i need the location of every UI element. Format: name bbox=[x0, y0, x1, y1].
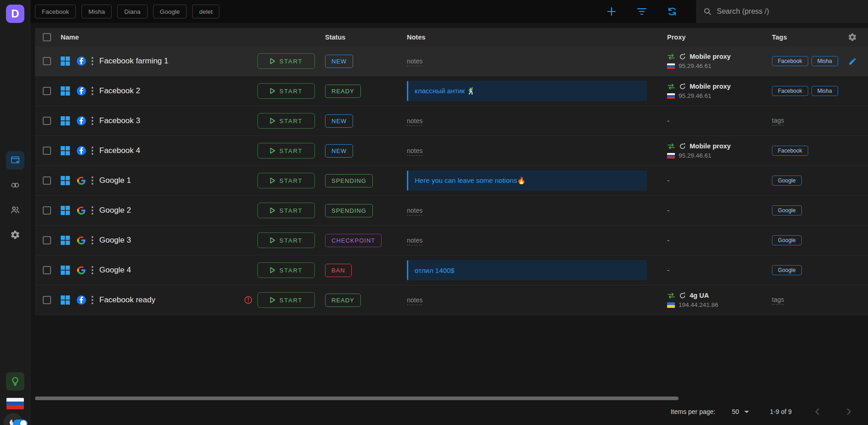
start-button[interactable]: START bbox=[257, 83, 315, 99]
row-checkbox[interactable] bbox=[43, 176, 51, 185]
tag-chip[interactable]: Facebook bbox=[772, 86, 808, 96]
tag-chip[interactable]: Google bbox=[772, 176, 802, 186]
row-menu-button[interactable] bbox=[91, 176, 93, 185]
table-row[interactable]: Facebook 3 START NEW notes bbox=[35, 106, 868, 136]
tags-placeholder[interactable]: tags bbox=[772, 117, 784, 125]
note-box[interactable]: отлил 1400$ bbox=[407, 260, 647, 280]
start-button[interactable]: START bbox=[257, 203, 315, 218]
tag-chip[interactable]: Facebook bbox=[772, 146, 808, 156]
rotate-icon[interactable] bbox=[679, 83, 686, 90]
notes-placeholder[interactable]: notes bbox=[407, 237, 423, 245]
rotate-icon[interactable] bbox=[679, 53, 686, 60]
note-box[interactable]: классный антик 🕺 bbox=[407, 81, 647, 101]
profile-name: Google 2 bbox=[99, 206, 131, 215]
scrollbar-thumb[interactable] bbox=[35, 397, 679, 400]
play-icon bbox=[270, 297, 275, 303]
filter-chip-delet[interactable]: delet bbox=[192, 5, 219, 18]
refresh-button[interactable] bbox=[666, 5, 679, 18]
notes-placeholder[interactable]: notes bbox=[407, 57, 423, 66]
windows-icon bbox=[61, 176, 70, 185]
sidebar-item-team[interactable] bbox=[6, 201, 24, 219]
table-row[interactable]: Facebook farming 1 START NEW notes bbox=[35, 46, 868, 76]
items-per-page-select[interactable]: 50 bbox=[732, 408, 749, 415]
notes-placeholder[interactable]: notes bbox=[407, 147, 423, 156]
filter-chip-misha[interactable]: Misha bbox=[81, 5, 112, 18]
start-button[interactable]: START bbox=[257, 143, 315, 159]
tag-chip[interactable]: Misha bbox=[811, 56, 838, 66]
row-menu-button[interactable] bbox=[91, 236, 93, 244]
start-button-label: START bbox=[280, 88, 303, 95]
start-button[interactable]: START bbox=[257, 232, 315, 248]
edit-button[interactable] bbox=[848, 57, 857, 66]
row-checkbox[interactable] bbox=[43, 266, 51, 274]
swap-icon[interactable] bbox=[667, 53, 675, 60]
notes-placeholder[interactable]: notes bbox=[407, 207, 423, 215]
row-menu-button[interactable] bbox=[91, 206, 93, 215]
sidebar-item-proxies[interactable] bbox=[6, 176, 24, 194]
row-checkbox[interactable] bbox=[43, 206, 51, 215]
warning-icon bbox=[244, 295, 253, 305]
theme-toggle[interactable] bbox=[4, 413, 29, 425]
filter-button[interactable] bbox=[635, 5, 648, 18]
start-button[interactable]: START bbox=[257, 292, 315, 308]
status-badge: SPENDING bbox=[325, 204, 373, 217]
app-logo[interactable]: D bbox=[6, 5, 24, 23]
filter-chip-facebook[interactable]: Facebook bbox=[35, 5, 76, 18]
rotate-icon[interactable] bbox=[679, 143, 686, 150]
note-box[interactable]: Here you can leave some notions🔥 bbox=[407, 170, 647, 191]
row-checkbox[interactable] bbox=[43, 117, 51, 125]
row-checkbox[interactable] bbox=[43, 87, 51, 95]
row-menu-button[interactable] bbox=[91, 57, 93, 65]
swap-icon[interactable] bbox=[667, 143, 675, 150]
table-row[interactable]: Google 4 START BAN отлил 1400$ bbox=[35, 255, 868, 285]
table-row[interactable]: Facebook 2 START READY классный антик 🕺 bbox=[35, 76, 868, 106]
items-per-page-label: Items per page: bbox=[671, 408, 715, 415]
row-menu-button[interactable] bbox=[91, 87, 93, 95]
table-row[interactable]: Google 1 START SPENDING Here you can lea… bbox=[35, 166, 868, 196]
tag-chip[interactable]: Google bbox=[772, 265, 802, 275]
row-menu-button[interactable] bbox=[91, 296, 93, 304]
rotate-icon[interactable] bbox=[679, 292, 686, 299]
sidebar-item-settings[interactable] bbox=[6, 226, 24, 244]
row-menu-button[interactable] bbox=[91, 147, 93, 155]
tag-chip[interactable]: Google bbox=[772, 205, 802, 215]
help-button[interactable] bbox=[6, 372, 24, 391]
row-checkbox[interactable] bbox=[43, 147, 51, 155]
theme-switch[interactable] bbox=[13, 419, 28, 425]
sidebar-item-profiles[interactable] bbox=[6, 151, 24, 170]
ru-flag-icon[interactable] bbox=[6, 398, 24, 409]
row-checkbox[interactable] bbox=[43, 57, 51, 65]
start-button[interactable]: START bbox=[257, 262, 315, 278]
tag-chip[interactable]: Google bbox=[772, 235, 802, 245]
filter-chip-google[interactable]: Google bbox=[153, 5, 187, 18]
start-button[interactable]: START bbox=[257, 173, 315, 188]
proxy-flag bbox=[667, 63, 675, 69]
next-page-button[interactable] bbox=[843, 406, 854, 417]
table-settings-button[interactable] bbox=[848, 33, 857, 42]
table-row[interactable]: Facebook 4 START NEW notes bbox=[35, 136, 868, 166]
filter-chip-diana[interactable]: Diana bbox=[117, 5, 147, 18]
tag-chip[interactable]: Misha bbox=[811, 86, 838, 96]
row-checkbox[interactable] bbox=[43, 296, 51, 304]
tags-placeholder[interactable]: tags bbox=[772, 296, 784, 305]
table-row[interactable]: Google 3 START CHECKPOINT notes bbox=[35, 226, 868, 255]
swap-icon[interactable] bbox=[667, 83, 675, 90]
table-row[interactable]: Facebook ready START READY notes bbox=[35, 285, 868, 315]
table-row[interactable]: Google 2 START SPENDING notes bbox=[35, 196, 868, 226]
add-profile-button[interactable] bbox=[605, 5, 618, 18]
select-all-checkbox[interactable] bbox=[43, 33, 51, 41]
start-button[interactable]: START bbox=[257, 53, 315, 69]
profile-name: Facebook farming 1 bbox=[99, 57, 168, 66]
tag-chip[interactable]: Facebook bbox=[772, 56, 808, 66]
row-checkbox[interactable] bbox=[43, 236, 51, 244]
swap-icon[interactable] bbox=[667, 292, 675, 299]
row-menu-button[interactable] bbox=[91, 117, 93, 125]
previous-page-button[interactable] bbox=[812, 406, 823, 417]
search-input[interactable] bbox=[717, 7, 861, 16]
sync-icon bbox=[667, 6, 678, 17]
notes-placeholder[interactable]: notes bbox=[407, 117, 423, 126]
windows-icon bbox=[61, 57, 70, 66]
row-menu-button[interactable] bbox=[91, 266, 93, 274]
start-button[interactable]: START bbox=[257, 113, 315, 129]
notes-placeholder[interactable]: notes bbox=[407, 296, 423, 305]
